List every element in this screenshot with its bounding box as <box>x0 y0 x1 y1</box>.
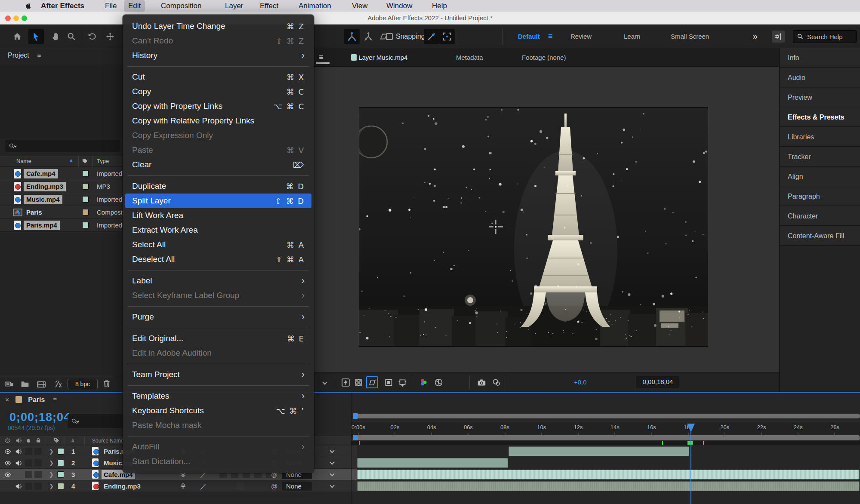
label-color-chip[interactable] <box>82 222 89 228</box>
panel-tracker[interactable]: Tracker <box>780 147 860 166</box>
source-name-column[interactable]: Source Name <box>92 438 123 444</box>
work-area-bar[interactable] <box>357 435 860 440</box>
new-composition-icon[interactable] <box>37 380 46 389</box>
snapping-checkbox[interactable] <box>386 33 393 40</box>
menu-file[interactable]: File <box>101 0 121 12</box>
workspace-settings-icon[interactable] <box>772 31 785 43</box>
workspace-tab-default[interactable]: Default <box>518 25 540 48</box>
menu-item-templates[interactable]: Templates› <box>123 389 314 403</box>
layer-color-chip[interactable] <box>57 448 64 455</box>
bit-depth-button[interactable]: 8 bpc <box>68 379 98 389</box>
close-tab-icon[interactable]: × <box>5 396 9 403</box>
snap-arrow-icon[interactable] <box>424 29 439 44</box>
audio-column-speaker-icon[interactable] <box>15 437 22 444</box>
panel-libraries[interactable]: Libraries <box>780 127 860 147</box>
label-color-chip[interactable] <box>82 196 89 203</box>
world-axis-mode-icon[interactable] <box>361 29 376 44</box>
sort-ascending-icon[interactable]: ▲ <box>69 157 74 163</box>
workspace-menu-icon[interactable]: ≡ <box>548 25 553 48</box>
eye-icon[interactable] <box>4 448 11 455</box>
expand-chevron-icon[interactable]: ❯ <box>49 457 54 469</box>
layer-row-4[interactable]: ❯ 4 Ending.mp3 ／ @ None <box>0 480 357 492</box>
panel-drag-bar[interactable] <box>316 62 330 64</box>
menu-item-history[interactable]: History› <box>123 48 314 63</box>
exposure-value[interactable]: +0,0 <box>574 372 587 392</box>
rotate-tool-icon[interactable] <box>84 29 100 44</box>
project-row-music[interactable]: Music.mp4 Imported <box>0 193 125 206</box>
parent-dropdown-chevron-icon[interactable] <box>330 448 334 453</box>
video-column-eye-icon[interactable] <box>4 437 11 444</box>
label-color-chip[interactable] <box>82 209 89 215</box>
project-row-paris-mp4[interactable]: Paris.mp4 Imported <box>0 219 125 232</box>
layer-color-chip[interactable] <box>57 483 64 489</box>
menu-layer[interactable]: Layer <box>221 0 248 12</box>
menu-item-edit-original[interactable]: Edit Original...⌘ E <box>123 331 314 346</box>
viewer-timecode[interactable]: 0;00;18;04 <box>636 376 679 388</box>
project-row-cafe[interactable]: Cafe.mp4 Imported <box>0 167 125 180</box>
menu-view[interactable]: View <box>348 0 372 12</box>
menu-item-purge[interactable]: Purge› <box>123 310 314 324</box>
menu-app-name[interactable]: After Effects <box>37 0 89 12</box>
tab-footage[interactable]: Footage (none) <box>522 48 566 67</box>
composition-frame[interactable] <box>359 108 708 346</box>
layer-bar-2[interactable] <box>357 458 508 468</box>
menu-window[interactable]: Window <box>382 0 416 12</box>
workspace-overflow-chevrons[interactable]: » <box>753 25 758 48</box>
expand-chevron-icon[interactable]: ❯ <box>49 469 54 480</box>
speaker-icon[interactable] <box>15 483 22 490</box>
exposure-icon[interactable] <box>432 376 444 388</box>
scrollbar-left-cap[interactable] <box>353 413 358 419</box>
panel-info[interactable]: Info <box>780 48 860 68</box>
menu-item-extract-work-area[interactable]: Extract Work Area <box>123 223 314 237</box>
label-color-chip[interactable] <box>82 183 89 190</box>
timeline-search-box[interactable] <box>68 414 131 428</box>
menu-item-deselect-all[interactable]: Deselect All⇧ ⌘ A <box>123 252 314 267</box>
menu-item-copy-property-links[interactable]: Copy with Property Links⌥ ⌘ C <box>123 99 314 114</box>
expand-chevron-icon[interactable]: ❯ <box>49 446 54 457</box>
panel-align[interactable]: Align <box>780 167 860 186</box>
timeline-menu-icon[interactable]: ≡ <box>53 396 57 403</box>
column-name[interactable]: Name <box>16 158 31 164</box>
parent-dropdown-chevron-icon[interactable] <box>330 460 334 464</box>
panel-audio[interactable]: Audio <box>780 68 860 87</box>
shy-icon[interactable] <box>179 482 187 490</box>
menu-edit[interactable]: Edit <box>124 0 145 12</box>
workspace-tab-review[interactable]: Review <box>570 25 592 48</box>
parent-dropdown[interactable]: None <box>282 482 312 491</box>
local-axis-mode-icon[interactable] <box>344 29 360 44</box>
show-snapshot-icon[interactable] <box>490 376 502 388</box>
magnification-chevron-icon[interactable] <box>319 376 331 388</box>
lock-column-icon[interactable] <box>35 437 41 443</box>
work-area-left-cap[interactable] <box>353 435 358 440</box>
project-settings-icon[interactable] <box>54 380 63 388</box>
project-panel-menu-icon[interactable]: ≡ <box>37 52 41 59</box>
quality-icon[interactable]: ／ <box>200 480 207 492</box>
layer-bar-4[interactable] <box>357 481 860 491</box>
current-timecode[interactable]: 0;00;18;04 <box>9 411 71 424</box>
timeline-tab-paris[interactable]: Paris <box>28 396 45 403</box>
transparency-grid-icon[interactable] <box>352 376 364 388</box>
crop-region-icon[interactable] <box>396 376 408 388</box>
label-color-chip[interactable] <box>82 170 89 177</box>
workspace-tab-small-screen[interactable]: Small Screen <box>671 25 709 48</box>
speaker-icon[interactable] <box>15 460 22 467</box>
zoom-tool-icon[interactable] <box>64 29 79 44</box>
tab-metadata[interactable]: Metadata <box>456 48 483 67</box>
mask-visibility-icon[interactable] <box>382 376 395 388</box>
solo-column-icon[interactable] <box>27 439 30 443</box>
project-row-ending[interactable]: Ending.mp3 MP3 <box>0 180 125 193</box>
panel-content-aware-fill[interactable]: Content-Aware Fill <box>780 226 860 246</box>
menu-item-copy[interactable]: Copy⌘ C <box>123 84 314 99</box>
menu-item-duplicate[interactable]: Duplicate⌘ D <box>123 179 314 194</box>
menu-item-label[interactable]: Label› <box>123 274 314 288</box>
playhead-marker[interactable] <box>687 424 695 432</box>
column-type[interactable]: Type <box>97 158 109 164</box>
project-row-paris-comp[interactable]: Paris Composition <box>0 206 125 219</box>
menu-item-cut[interactable]: Cut⌘ X <box>123 70 314 84</box>
number-column[interactable]: # <box>71 438 74 444</box>
apple-menu-icon[interactable] <box>21 0 37 12</box>
menu-item-lift-work-area[interactable]: Lift Work Area <box>123 208 314 223</box>
hand-tool-icon[interactable] <box>48 29 64 44</box>
menu-item-team-project[interactable]: Team Project› <box>123 367 314 382</box>
speaker-icon[interactable] <box>15 448 22 455</box>
